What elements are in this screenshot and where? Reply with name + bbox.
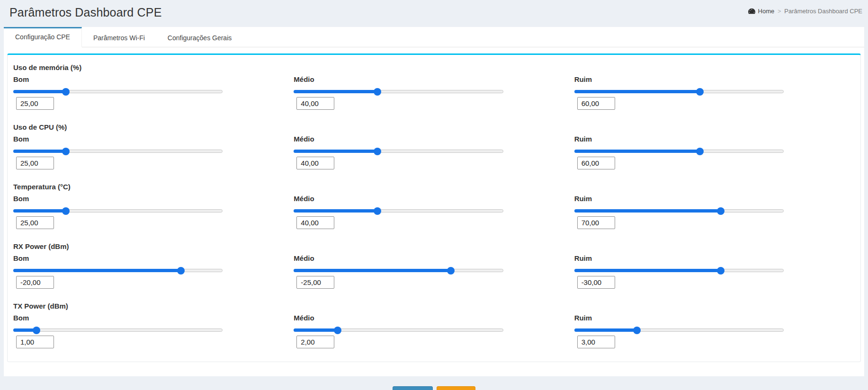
- tab-parametros-wi-fi[interactable]: Parâmetros Wi-Fi: [82, 27, 156, 47]
- breadcrumb-separator: >: [778, 8, 781, 15]
- range-slider[interactable]: [13, 147, 223, 155]
- slider-fill: [294, 90, 377, 93]
- slider-thumb[interactable]: [334, 327, 341, 334]
- field-ruim: Ruim: [574, 135, 855, 169]
- range-slider[interactable]: [574, 147, 784, 155]
- field-label: Bom: [13, 254, 285, 263]
- page-title: Parâmetros Dashboard CPE: [9, 6, 858, 19]
- field-label: Médio: [294, 254, 565, 263]
- dashboard-icon: [748, 8, 755, 15]
- slider-thumb[interactable]: [374, 88, 381, 96]
- slider-track[interactable]: [13, 328, 223, 332]
- range-slider[interactable]: [13, 207, 223, 215]
- slider-thumb[interactable]: [62, 88, 70, 96]
- slider-fill: [13, 150, 66, 153]
- slider-thumb[interactable]: [447, 267, 455, 275]
- breadcrumb-home-label: Home: [758, 8, 775, 15]
- field-label: Bom: [13, 75, 285, 84]
- value-input[interactable]: [577, 157, 615, 169]
- tab-content: Uso de memória (%)BomMédioRuimUso de CPU…: [4, 47, 864, 376]
- range-slider[interactable]: [294, 88, 503, 96]
- content-header: Parâmetros Dashboard CPE Home > Parâmetr…: [0, 0, 868, 27]
- parameter-group-uso-de-cpu: Uso de CPU (%)BomMédioRuim: [13, 123, 855, 169]
- save-button[interactable]: Salvar: [393, 386, 433, 390]
- fields-row: BomMédioRuim: [13, 75, 855, 110]
- field-label: Ruim: [574, 254, 846, 263]
- range-slider[interactable]: [574, 88, 784, 96]
- field-medio: Médio: [294, 314, 574, 348]
- slider-thumb[interactable]: [374, 148, 381, 155]
- field-label: Ruim: [574, 314, 846, 322]
- slider-fill: [574, 90, 700, 93]
- breadcrumb-home-link[interactable]: Home: [748, 8, 775, 15]
- slider-thumb[interactable]: [374, 207, 381, 215]
- slider-fill: [294, 328, 338, 332]
- breadcrumb-current: Parâmetros Dashboard CPE: [784, 8, 862, 15]
- cancel-button[interactable]: Cancelar: [437, 386, 475, 390]
- tab-configuracoes-gerais[interactable]: Configurações Gerais: [156, 27, 243, 47]
- value-input[interactable]: [296, 157, 334, 169]
- slider-thumb[interactable]: [717, 267, 725, 275]
- range-slider[interactable]: [294, 266, 503, 275]
- slider-fill: [13, 90, 66, 93]
- parameter-group-temperatura-c: Temperatura (°C)BomMédioRuim: [13, 182, 855, 229]
- field-bom: Bom: [13, 75, 294, 110]
- field-label: Bom: [13, 135, 285, 143]
- slider-thumb[interactable]: [696, 88, 704, 96]
- value-input[interactable]: [296, 216, 334, 229]
- slider-fill: [294, 269, 451, 272]
- slider-fill: [574, 150, 700, 153]
- field-ruim: Ruim: [574, 195, 855, 229]
- value-input[interactable]: [296, 276, 334, 289]
- field-medio: Médio: [294, 195, 574, 229]
- slider-fill: [574, 209, 721, 213]
- group-title: Temperatura (°C): [13, 182, 855, 191]
- field-ruim: Ruim: [574, 254, 855, 289]
- value-input[interactable]: [296, 336, 334, 348]
- tab-bar: Configuração CPEParâmetros Wi-FiConfigur…: [4, 27, 864, 47]
- slider-fill: [574, 269, 721, 272]
- value-input[interactable]: [577, 336, 615, 348]
- value-input[interactable]: [577, 216, 615, 229]
- value-input[interactable]: [577, 276, 615, 289]
- range-slider[interactable]: [574, 207, 784, 215]
- field-medio: Médio: [294, 135, 574, 169]
- range-slider[interactable]: [294, 147, 503, 155]
- value-input[interactable]: [16, 216, 54, 229]
- group-title: RX Power (dBm): [13, 242, 855, 251]
- range-slider[interactable]: [574, 266, 784, 275]
- range-slider[interactable]: [13, 88, 223, 96]
- slider-thumb[interactable]: [33, 327, 40, 334]
- slider-fill: [574, 328, 637, 332]
- value-input[interactable]: [296, 97, 334, 110]
- field-medio: Médio: [294, 75, 574, 110]
- group-title: TX Power (dBm): [13, 301, 855, 310]
- tab-configuracao-cpe[interactable]: Configuração CPE: [4, 27, 82, 47]
- slider-thumb[interactable]: [696, 148, 704, 155]
- slider-thumb[interactable]: [62, 207, 70, 215]
- parameter-group-uso-de-memoria: Uso de memória (%)BomMédioRuim: [13, 63, 855, 110]
- parameter-group-rx-power-dbm: RX Power (dBm)BomMédioRuim: [13, 242, 855, 289]
- parameter-group-tx-power-dbm: TX Power (dBm)BomMédioRuim: [13, 301, 855, 348]
- slider-thumb[interactable]: [177, 267, 185, 275]
- value-input[interactable]: [577, 97, 615, 110]
- field-medio: Médio: [294, 254, 574, 289]
- range-slider[interactable]: [294, 207, 503, 215]
- slider-thumb[interactable]: [633, 327, 641, 334]
- field-label: Bom: [13, 314, 285, 322]
- range-slider[interactable]: [294, 326, 503, 334]
- parameter-groups: Uso de memória (%)BomMédioRuimUso de CPU…: [13, 63, 855, 348]
- range-slider[interactable]: [574, 326, 784, 334]
- range-slider[interactable]: [13, 326, 223, 334]
- value-input[interactable]: [16, 276, 54, 289]
- tab-panel: Configuração CPEParâmetros Wi-FiConfigur…: [4, 27, 864, 376]
- value-input[interactable]: [16, 97, 54, 110]
- fields-row: BomMédioRuim: [13, 314, 855, 348]
- slider-thumb[interactable]: [717, 207, 725, 215]
- field-bom: Bom: [13, 314, 294, 348]
- slider-thumb[interactable]: [62, 148, 70, 155]
- slider-fill: [13, 209, 66, 213]
- value-input[interactable]: [16, 157, 54, 169]
- value-input[interactable]: [16, 336, 54, 348]
- range-slider[interactable]: [13, 266, 223, 275]
